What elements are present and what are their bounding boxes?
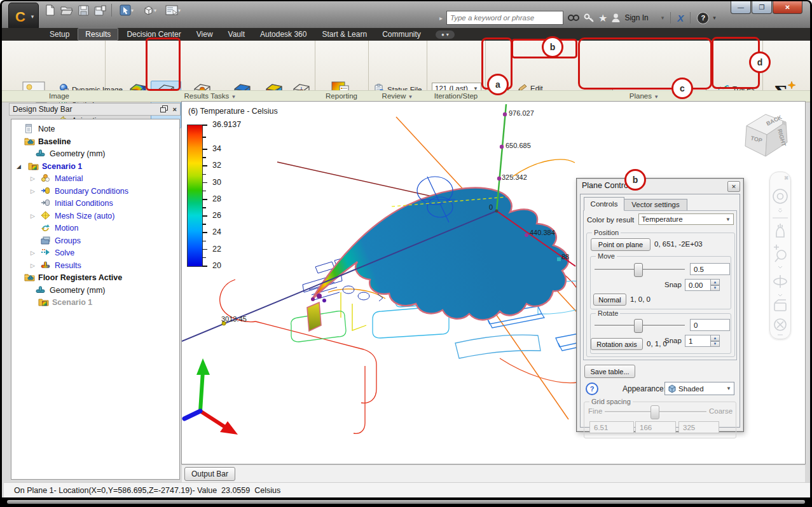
annotation-circle-d: d bbox=[749, 51, 771, 73]
search-input[interactable] bbox=[446, 11, 563, 25]
save-table-button[interactable]: Save table... bbox=[584, 365, 635, 378]
caret-collapsed-icon[interactable]: ▷ bbox=[31, 175, 35, 182]
plane-control-dialog[interactable]: Plane Control ✕ Controls Vector settings… bbox=[576, 178, 744, 432]
tree-item-baseline[interactable]: Baseline bbox=[11, 136, 177, 147]
tree-item-floor-registers-active[interactable]: Floor Registers Active bbox=[11, 272, 177, 283]
rotate-slider-handle[interactable] bbox=[634, 319, 643, 333]
user-icon[interactable] bbox=[611, 11, 621, 25]
controls-tab-page: Color by result Temperature▼ Position Po… bbox=[583, 210, 737, 360]
tab-controls[interactable]: Controls bbox=[584, 197, 624, 211]
cloud-menu-button[interactable]: ●▾ bbox=[436, 30, 455, 39]
panel-separator bbox=[105, 41, 106, 90]
annotation-circle-a: a bbox=[487, 74, 509, 95]
tree-item-motion[interactable]: Motion bbox=[11, 222, 177, 234]
favorites-star-icon[interactable]: ★ bbox=[598, 11, 607, 25]
help-caret-icon[interactable]: ▾ bbox=[713, 15, 716, 21]
caret-expanded-icon[interactable]: ◢ bbox=[17, 163, 21, 170]
dialog-close-button[interactable]: ✕ bbox=[727, 181, 740, 192]
key-icon[interactable] bbox=[584, 11, 595, 25]
color-by-result-select[interactable]: Temperature▼ bbox=[638, 213, 734, 225]
save-icon[interactable] bbox=[77, 4, 90, 17]
folder-icon bbox=[24, 273, 34, 283]
tree-item-groups[interactable]: Groups bbox=[11, 235, 177, 247]
rotate-value-input[interactable]: 0 bbox=[690, 319, 730, 331]
rotate-snap-spinner[interactable]: 1 ▲▼ bbox=[685, 335, 720, 347]
look-at-icon bbox=[774, 303, 786, 311]
tab-vault[interactable]: Vault bbox=[221, 29, 252, 40]
signin-caret-icon[interactable]: ▾ bbox=[661, 15, 664, 21]
new-file-icon[interactable] bbox=[44, 4, 57, 17]
measure-label-x1: 440.384 bbox=[530, 229, 555, 236]
exchange-apps-icon[interactable]: X bbox=[677, 13, 684, 24]
task-dialog-icon[interactable]: ▾ bbox=[163, 4, 183, 17]
shaded-cube-icon bbox=[668, 384, 676, 393]
visual-style-icon[interactable]: ▾ bbox=[140, 4, 159, 17]
caret-collapsed-icon[interactable]: ▷ bbox=[31, 250, 35, 256]
tree-item-label: Initial Conditions bbox=[55, 199, 113, 208]
tab-autodesk-360[interactable]: Autodesk 360 bbox=[253, 29, 313, 40]
tree-item-label: Boundary Conditions bbox=[55, 187, 128, 196]
tree-item-label: Solve bbox=[55, 248, 74, 257]
tab-vector-settings[interactable]: Vector settings bbox=[624, 199, 687, 211]
save-as-icon[interactable] bbox=[93, 4, 106, 17]
tree-item-results[interactable]: ▷Results bbox=[11, 260, 177, 271]
caret-collapsed-icon[interactable]: ▷ bbox=[31, 188, 35, 194]
dialog-help-icon[interactable]: ? bbox=[586, 382, 598, 395]
move-snap-spinner[interactable]: 0.00 ▲▼ bbox=[685, 279, 720, 291]
sign-in-link[interactable]: Sign In bbox=[624, 13, 648, 22]
title-bar[interactable]: C ▾ ▾ ▾ ▾ ▸ ★ Sign In ▾ X ? ▾ bbox=[2, 1, 810, 28]
panel-caption-review[interactable]: Review ▼ bbox=[369, 92, 425, 100]
grid-value-mid: 166 bbox=[635, 421, 676, 433]
rotate-snap-label: Snap bbox=[664, 337, 682, 344]
maximize-button[interactable]: ❐ bbox=[752, 1, 772, 14]
tree-item-scenario-1[interactable]: Scenario 1 bbox=[11, 297, 177, 308]
view-cube[interactable]: BACK TOP RIGHT bbox=[738, 107, 794, 164]
measure-label-y1: 976.027 bbox=[509, 109, 534, 117]
navigation-bar[interactable]: × bbox=[769, 172, 791, 339]
tree-item-label: Note bbox=[38, 125, 55, 133]
panel-caption-planes[interactable]: Planes ▼ bbox=[574, 92, 714, 100]
application-menu-button[interactable]: C ▾ bbox=[8, 3, 39, 30]
open-file-icon[interactable] bbox=[60, 4, 73, 17]
design-study-tree[interactable]: NoteBaselineGeometry (mm)◢Scenario 1▷Mat… bbox=[11, 119, 180, 480]
move-value-input[interactable]: 0.5 bbox=[690, 263, 730, 275]
tree-item-geometry-mm-[interactable]: Geometry (mm) bbox=[11, 148, 177, 159]
output-bar-button[interactable]: Output Bar bbox=[184, 467, 235, 481]
selection-tool-icon[interactable]: ▾ bbox=[117, 4, 136, 17]
search-icon[interactable] bbox=[567, 11, 580, 25]
float-panel-icon[interactable] bbox=[160, 105, 168, 112]
tree-item-boundary-conditions[interactable]: ▷Boundary Conditions bbox=[11, 186, 177, 197]
panel-caption-results-tasks[interactable]: Results Tasks ▼ bbox=[107, 92, 313, 100]
tree-item-geometry-mm-[interactable]: Geometry (mm) bbox=[11, 285, 177, 296]
quick-access-toolbar[interactable]: ▾ ▾ ▾ bbox=[44, 4, 183, 17]
normal-button[interactable]: Normal bbox=[593, 294, 626, 306]
tab-setup[interactable]: Setup bbox=[43, 29, 76, 40]
tab-results[interactable]: Results bbox=[78, 28, 118, 41]
close-button[interactable]: ✕ bbox=[773, 1, 802, 14]
panel-caption-reporting: Reporting bbox=[316, 92, 367, 100]
appearance-select[interactable]: Shaded▼ bbox=[664, 382, 734, 395]
cfd-logo-icon: C bbox=[13, 8, 30, 25]
tab-community[interactable]: Community bbox=[375, 29, 428, 40]
tab-view[interactable]: View bbox=[189, 29, 220, 40]
tree-item-initial-conditions[interactable]: Initial Conditions bbox=[11, 198, 177, 209]
caret-collapsed-icon[interactable]: ▷ bbox=[31, 262, 35, 269]
move-snap-label: Snap bbox=[664, 281, 682, 288]
help-icon[interactable]: ? bbox=[697, 12, 709, 24]
tree-item-mesh-size-auto-[interactable]: ▷Mesh Size (auto) bbox=[11, 210, 177, 222]
tree-item-note[interactable]: Note bbox=[11, 123, 177, 135]
caret-collapsed-icon[interactable]: ▷ bbox=[31, 213, 35, 219]
tree-item-solve[interactable]: ▷Solve bbox=[11, 247, 177, 259]
annotation-circle-b-edit: b bbox=[542, 36, 563, 58]
tree-item-scenario-1[interactable]: ◢Scenario 1 bbox=[11, 161, 177, 172]
move-slider-handle[interactable] bbox=[634, 263, 643, 277]
point-on-plane-button[interactable]: Point on plane bbox=[591, 238, 650, 251]
close-panel-icon[interactable]: × bbox=[173, 105, 177, 113]
design-study-bar-header[interactable]: Design Study Bar × bbox=[9, 103, 181, 116]
tree-item-material[interactable]: ▷Material bbox=[11, 173, 177, 184]
search-expand-icon[interactable]: ▸ bbox=[439, 15, 443, 22]
register-plane bbox=[307, 302, 321, 331]
rotation-axis-button[interactable]: Rotation axis bbox=[591, 338, 643, 350]
tab-start-learn[interactable]: Start & Learn bbox=[315, 29, 374, 40]
minimize-button[interactable]: — bbox=[731, 1, 751, 14]
